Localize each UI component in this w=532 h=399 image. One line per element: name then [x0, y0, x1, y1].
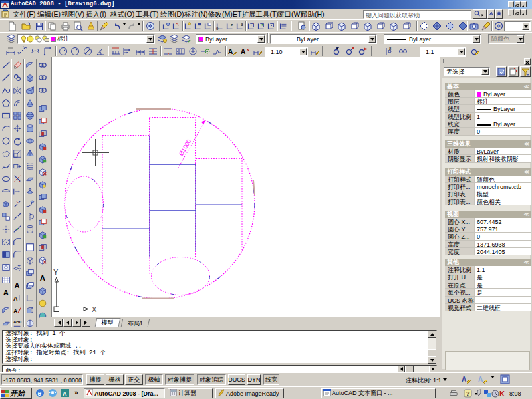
svg-text:Y: Y [53, 268, 59, 276]
svg-text:A: A [241, 48, 245, 55]
svg-text:A: A [39, 274, 45, 282]
svg-text:A: A [14, 281, 19, 289]
svg-text:ABC: ABC [13, 319, 21, 324]
svg-text:Ø1000: Ø1000 [178, 138, 192, 157]
svg-text:K: K [499, 390, 505, 398]
svg-text:A: A [63, 390, 67, 397]
svg-text:A: A [462, 376, 466, 383]
svg-text:?: ? [466, 390, 470, 397]
svg-text:A: A [3, 289, 8, 297]
svg-text:A: A [13, 307, 17, 314]
svg-text:3: 3 [241, 22, 243, 27]
svg-text:8: 8 [389, 47, 392, 51]
svg-text:z: z [231, 22, 233, 27]
svg-text:0: 0 [216, 26, 219, 31]
svg-text:A: A [13, 295, 17, 301]
svg-text:e: e [38, 390, 42, 397]
svg-text:X: X [92, 305, 97, 313]
svg-text:A: A [228, 48, 233, 55]
svg-text:A: A [478, 376, 483, 383]
